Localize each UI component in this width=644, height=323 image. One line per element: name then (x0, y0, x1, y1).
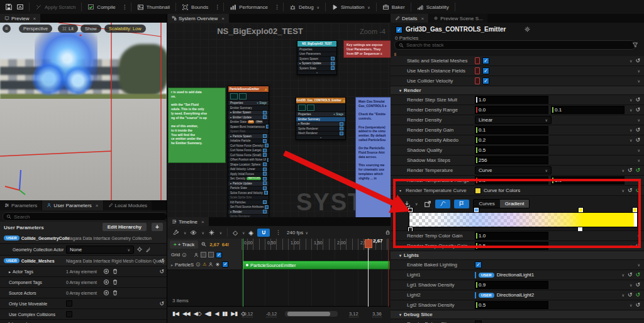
simulation-button[interactable]: Simulation∨ (327, 0, 375, 14)
param-checkbox[interactable] (66, 311, 72, 317)
number-input-min[interactable]: 0.0 (475, 176, 548, 184)
save-icon[interactable] (5, 3, 13, 11)
playback-options-icon[interactable] (208, 229, 215, 236)
tab-details[interactable]: Details × (391, 14, 428, 23)
import-curve-icon[interactable] (403, 200, 411, 208)
node-row-checkbox[interactable] (263, 153, 267, 157)
gradient-stop-handle[interactable] (632, 207, 638, 213)
section-lights[interactable]: ▾Lights (391, 251, 644, 260)
node-row-kill-particles[interactable]: Kill Particles (228, 200, 269, 205)
node-row-emitter-state[interactable]: Emitter StateSelfOnce (228, 120, 269, 125)
eye-icon[interactable] (190, 229, 197, 236)
section-debug-slice[interactable]: ▾Debug Slice (391, 310, 644, 319)
reset-icon[interactable]: ↺ (159, 258, 164, 264)
property-checkbox[interactable]: ✓ (482, 67, 489, 74)
gradient-bar[interactable] (409, 212, 638, 227)
reset-to-default-icon[interactable]: ↺ (635, 292, 640, 298)
chevron-down-icon[interactable]: ∨ (638, 69, 640, 73)
tab-preview-scene-settings[interactable]: Preview Scene S... (429, 14, 487, 23)
range-end-label[interactable]: 3,36 (372, 311, 382, 317)
param-row-collide-meshes[interactable]: USERCollide_MeshesNiagara Data Interface… (0, 256, 167, 266)
reset-icon[interactable]: ↺ (635, 282, 640, 288)
person-icon[interactable] (208, 262, 213, 267)
number-input-min[interactable]: 0.0 (475, 106, 548, 114)
node-row-checkbox[interactable] (263, 177, 267, 181)
number-input[interactable]: 0.9 (475, 281, 548, 289)
expander-triangle-icon[interactable]: ▾ (399, 312, 401, 317)
expander-triangle-icon[interactable]: ▸ (9, 269, 11, 274)
node-row-checkbox[interactable] (340, 122, 343, 126)
number-input[interactable]: 256 (475, 156, 548, 164)
track-grid-header[interactable]: Grid ✓ (167, 250, 245, 260)
emitter-settings-gear-icon[interactable] (524, 26, 531, 33)
node-row-checkbox[interactable] (265, 144, 269, 147)
bounds-button[interactable]: Bounds (177, 0, 213, 14)
lock-icon[interactable] (385, 229, 391, 235)
add-parameter-button[interactable]: + (152, 223, 163, 231)
node-row-set-density[interactable]: Set: DensityPARTICLES (228, 176, 269, 181)
tab-timeline[interactable]: Timeline × (167, 217, 209, 226)
reset-icon[interactable]: ↺ (159, 269, 164, 275)
expander-triangle-icon[interactable]: ▾ (399, 253, 401, 258)
close-icon[interactable]: × (96, 203, 99, 208)
node-header[interactable]: Grid3D_Gas_CONTROLS_Emitter⚠ (296, 98, 345, 103)
node-row-emitter-summary[interactable]: Emitter Summary (296, 116, 345, 122)
property-checkbox[interactable]: ✓ (475, 261, 482, 268)
reset-to-default-icon[interactable]: ↺ (635, 167, 640, 173)
snap-magnet-button[interactable] (257, 229, 270, 237)
node-row-checkbox[interactable] (263, 162, 267, 166)
trash-icon[interactable] (112, 268, 118, 275)
param-row-actor-tags[interactable]: ▸Actor Tags1 Array element↺ (0, 266, 167, 277)
expander-triangle-icon[interactable]: ▾ (399, 88, 401, 93)
node-row-spawn-rate[interactable]: Spawn Rate (228, 129, 269, 134)
chevron-down-icon[interactable]: ∨ (415, 201, 418, 206)
number-input[interactable]: 1.0 (475, 96, 548, 104)
node-row-curl-noise-force-large[interactable]: Curl Noise Force (Large) (228, 148, 269, 153)
property-checkbox[interactable]: ✓ (482, 77, 489, 84)
actor-dropdown[interactable]: None∨ (66, 246, 134, 254)
frame-current[interactable]: 64! (222, 242, 230, 247)
add-element-icon[interactable] (103, 268, 109, 275)
perspective-button[interactable]: Perspective (19, 25, 52, 33)
fps-dropdown[interactable]: 240 fps ∨ (287, 230, 308, 235)
number-input[interactable]: 1.0 (475, 232, 548, 240)
node-footer[interactable]: ▾ (297, 71, 336, 74)
chevron-down-icon[interactable]: ∨ (630, 244, 632, 248)
node-row-checkbox[interactable] (331, 57, 335, 60)
stack-search-input[interactable]: Search the stack (394, 40, 636, 50)
sticky-note-blue[interactable]: Main Gas Simulat Gas_CONTROLS e Check th… (355, 97, 391, 217)
reset-icon[interactable]: ↺ (628, 292, 633, 298)
node-row-apply-initial-forces[interactable]: Apply Initial Forces (228, 171, 269, 176)
node-row-checkbox[interactable] (263, 134, 267, 138)
node-row-sprite-renderer[interactable]: Sprite Renderer (296, 126, 345, 131)
chevron-down-icon[interactable]: ∨ (638, 158, 640, 162)
dropdown-render-density[interactable]: Linear∨ (475, 116, 552, 124)
reset-icon[interactable]: ↺ (159, 301, 164, 307)
compile-options-icon[interactable]: ⋮ (120, 4, 130, 10)
node-row-checkbox[interactable] (265, 205, 269, 209)
node-row-curl-noise-force-small[interactable]: Curl Noise Force (Small) (228, 152, 269, 157)
bounds-options-icon[interactable]: ⋮ (213, 4, 222, 10)
chevron-down-icon[interactable]: ∨ (622, 293, 625, 297)
node-row-mesh-renderer[interactable]: Mesh Renderer (296, 131, 345, 136)
number-input[interactable]: 0.2 (475, 136, 548, 144)
node-row-checkbox[interactable] (263, 172, 267, 176)
node-row-checkbox[interactable] (267, 158, 269, 162)
node-row-system-update[interactable]: ▾System Update (297, 61, 336, 66)
range-scrollbar[interactable] (285, 311, 338, 317)
grid3d-controls-emitter-node[interactable]: Grid3D_Gas_CONTROLS_Emitter⚠Properties+ … (296, 97, 346, 140)
chevron-down-icon[interactable]: ∨ (622, 168, 625, 173)
chevron-down-icon[interactable]: ∨ (638, 79, 640, 83)
node-row-spawn-burst-instantaneous[interactable]: Spawn Burst Instantaneous (228, 124, 269, 129)
reset-icon[interactable]: ↺ (628, 188, 633, 193)
range-start-label[interactable]: -0,12 (242, 311, 253, 317)
node-row-checkbox[interactable] (264, 191, 268, 195)
transport-button-5[interactable]: ▮▮ (222, 310, 227, 317)
node-row-checkbox[interactable] (340, 132, 343, 135)
node-row-system-state[interactable]: System State (297, 65, 336, 71)
node-row-checkbox[interactable] (263, 115, 267, 119)
transport-button-4[interactable]: ◀ (214, 310, 218, 317)
property-checkbox[interactable]: ✓ (482, 57, 489, 64)
param-row-source-actors[interactable]: Source Actors0 Array element (0, 288, 167, 298)
node-row-particle-update[interactable]: ▾Particle Update (228, 181, 269, 186)
